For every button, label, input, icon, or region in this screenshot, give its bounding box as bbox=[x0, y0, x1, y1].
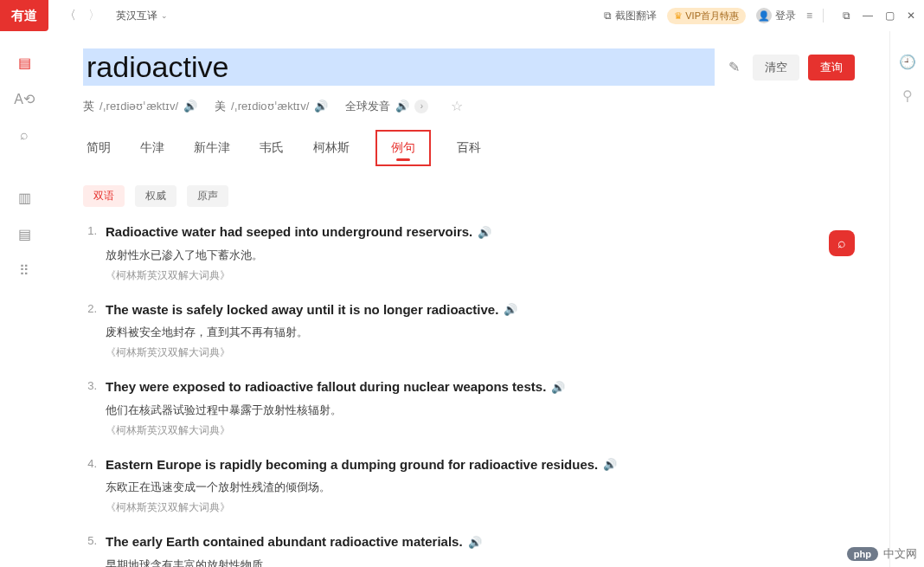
note-icon[interactable]: ▤ bbox=[16, 225, 33, 242]
menu-icon[interactable]: ≡ bbox=[806, 10, 812, 22]
translation-mode-dropdown[interactable]: 英汉互译 ⌄ bbox=[116, 9, 168, 23]
sentence-en: The waste is safely locked away until it… bbox=[106, 300, 846, 320]
history-icon[interactable]: 🕘 bbox=[899, 54, 916, 70]
speaker-icon[interactable]: 🔊 bbox=[468, 534, 482, 551]
filter-chips: 双语权威原声 bbox=[83, 185, 855, 207]
nav-arrows: 〈 〉 bbox=[64, 8, 100, 23]
sentence-cn: 他们在核武器试验过程中暴露于放射性核辐射。 bbox=[106, 403, 846, 418]
global-label: 全球发音 bbox=[345, 99, 390, 114]
sentence-item: 5. The early Earth contained abundant ra… bbox=[83, 532, 846, 567]
sentence-cn: 东欧正在迅速变成一个放射性残渣的倾倒场。 bbox=[106, 480, 846, 495]
uk-label: 英 bbox=[83, 99, 94, 114]
chevron-down-icon: ⌄ bbox=[161, 11, 168, 20]
sentence-en: They were exposed to radioactive fallout… bbox=[106, 377, 846, 397]
chip-原声[interactable]: 原声 bbox=[187, 185, 228, 207]
document-icon[interactable]: ▥ bbox=[16, 189, 33, 206]
sentence-en: The early Earth contained abundant radio… bbox=[106, 532, 846, 552]
dictionary-icon[interactable]: ▤ bbox=[16, 54, 33, 71]
tab-新牛津[interactable]: 新牛津 bbox=[190, 135, 234, 166]
sentence-item: 4. Eastern Europe is rapidly becoming a … bbox=[83, 455, 846, 516]
clear-button[interactable]: 清空 bbox=[753, 55, 799, 81]
us-pronunciation: 美 /ˌreɪdioʊˈæktɪv/ 🔊 bbox=[215, 99, 328, 114]
minimize-icon[interactable]: — bbox=[863, 10, 873, 22]
star-icon[interactable]: ☆ bbox=[451, 98, 463, 114]
sentence-item: 3. They were exposed to radioactive fall… bbox=[83, 377, 846, 438]
pip-icon[interactable]: ⧉ bbox=[843, 10, 850, 22]
apps-icon[interactable]: ⠿ bbox=[16, 261, 33, 279]
tab-牛津[interactable]: 牛津 bbox=[137, 135, 168, 166]
sidebar-right: 🕘 ⚲ bbox=[889, 31, 924, 567]
chevron-right-icon: › bbox=[414, 100, 428, 113]
vip-badge[interactable]: ♛ VIP首月特惠 bbox=[667, 8, 746, 24]
sentence-list: 1. Radioactive water had seeped into und… bbox=[83, 222, 855, 567]
tab-例句[interactable]: 例句 bbox=[375, 130, 431, 166]
close-icon[interactable]: ✕ bbox=[907, 10, 915, 22]
chip-权威[interactable]: 权威 bbox=[135, 185, 176, 207]
sentence-number: 2. bbox=[83, 300, 97, 361]
login-button[interactable]: 👤 登录 bbox=[756, 8, 796, 23]
maximize-icon[interactable]: ▢ bbox=[885, 10, 895, 22]
sentence-cn: 废料被安全地封存，直到其不再有辐射。 bbox=[106, 325, 846, 340]
screenshot-label: 截图翻译 bbox=[615, 9, 657, 23]
sentence-number: 1. bbox=[83, 222, 97, 283]
main-content: ✎ 清空 查询 英 /ˌreɪdiəʊˈæktɪv/ 🔊 美 /ˌreɪdioʊ… bbox=[48, 31, 889, 567]
settings-icon[interactable]: ⚲ bbox=[902, 87, 913, 104]
speaker-icon[interactable]: 🔊 bbox=[603, 456, 617, 474]
sidebar-left: ▤ A⟲ ⌕ ▥ ▤ ⠿ bbox=[0, 31, 48, 567]
us-label: 美 bbox=[215, 99, 226, 114]
speaker-icon[interactable]: 🔊 bbox=[504, 301, 517, 319]
login-label: 登录 bbox=[775, 9, 796, 23]
global-pronunciation[interactable]: 全球发音 🔊 › bbox=[345, 99, 428, 114]
vip-label: VIP首月特惠 bbox=[685, 10, 739, 23]
nav-forward-icon[interactable]: 〉 bbox=[88, 8, 100, 23]
tab-韦氏[interactable]: 韦氏 bbox=[256, 135, 287, 166]
sentence-number: 4. bbox=[83, 455, 97, 516]
mode-label: 英汉互译 bbox=[116, 9, 157, 23]
sentence-number: 5. bbox=[83, 532, 97, 567]
sentence-item: 1. Radioactive water had seeped into und… bbox=[83, 222, 846, 283]
speaker-icon[interactable]: 🔊 bbox=[478, 224, 491, 242]
titlebar: 有道 〈 〉 英汉互译 ⌄ ⧉ 截图翻译 ♛ VIP首月特惠 👤 登录 ≡ bbox=[0, 0, 924, 31]
uk-phon: /ˌreɪdiəʊˈæktɪv/ bbox=[99, 100, 178, 113]
tab-柯林斯[interactable]: 柯林斯 bbox=[310, 135, 353, 166]
chip-双语[interactable]: 双语 bbox=[83, 185, 125, 207]
sentence-cn: 早期地球含有丰富的放射性物质。 bbox=[106, 557, 846, 568]
tab-简明[interactable]: 简明 bbox=[83, 135, 114, 166]
sentence-en: Radioactive water had seeped into underg… bbox=[106, 222, 846, 242]
speaker-icon[interactable]: 🔊 bbox=[183, 100, 197, 113]
search-button[interactable]: 查询 bbox=[808, 55, 855, 81]
crown-icon: ♛ bbox=[674, 10, 683, 22]
uk-pronunciation: 英 /ˌreɪdiəʊˈæktɪv/ 🔊 bbox=[83, 99, 197, 114]
sentence-cn: 放射性水已渗入了地下蓄水池。 bbox=[106, 248, 846, 263]
divider bbox=[823, 9, 824, 23]
crop-icon: ⧉ bbox=[604, 10, 612, 22]
tabs: 简明牛津新牛津韦氏柯林斯例句百科 bbox=[83, 135, 855, 166]
avatar-icon: 👤 bbox=[756, 8, 772, 23]
us-phon: /ˌreɪdioʊˈæktɪv/ bbox=[231, 100, 309, 113]
logo: 有道 bbox=[0, 0, 48, 31]
speaker-icon[interactable]: 🔊 bbox=[314, 100, 328, 113]
float-search-button[interactable]: ⌕ bbox=[829, 230, 855, 256]
sentence-source: 《柯林斯英汉双解大词典》 bbox=[106, 423, 846, 438]
speaker-icon[interactable]: 🔊 bbox=[551, 379, 565, 396]
translate-icon[interactable]: A⟲ bbox=[16, 90, 33, 107]
sentence-source: 《柯林斯英汉双解大词典》 bbox=[106, 268, 846, 283]
search-icon[interactable]: ⌕ bbox=[16, 126, 33, 144]
handwrite-icon[interactable]: ✎ bbox=[723, 57, 744, 78]
search-input[interactable] bbox=[83, 48, 715, 86]
sentence-en: Eastern Europe is rapidly becoming a dum… bbox=[106, 455, 846, 475]
sentence-number: 3. bbox=[83, 377, 97, 438]
sentence-source: 《柯林斯英汉双解大词典》 bbox=[106, 345, 846, 360]
sentence-source: 《柯林斯英汉双解大词典》 bbox=[106, 500, 846, 515]
sentence-item: 2. The waste is safely locked away until… bbox=[83, 300, 846, 361]
tab-百科[interactable]: 百科 bbox=[453, 135, 484, 166]
screenshot-translate-button[interactable]: ⧉ 截图翻译 bbox=[604, 9, 657, 23]
pronunciation-row: 英 /ˌreɪdiəʊˈæktɪv/ 🔊 美 /ˌreɪdioʊˈæktɪv/ … bbox=[83, 98, 855, 114]
nav-back-icon[interactable]: 〈 bbox=[64, 8, 76, 23]
speaker-icon: 🔊 bbox=[395, 100, 409, 113]
